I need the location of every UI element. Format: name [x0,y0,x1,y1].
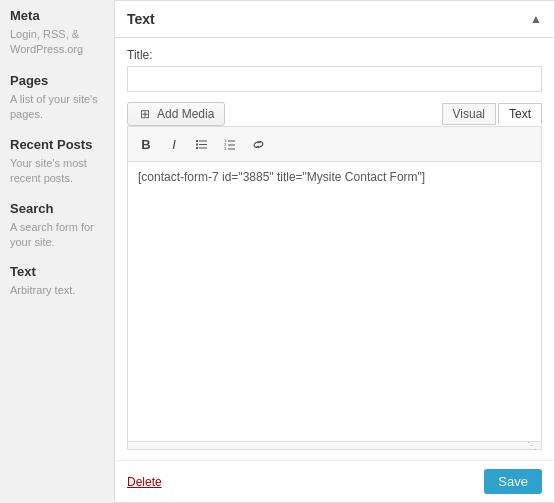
save-button[interactable]: Save [484,469,542,494]
add-media-icon [138,107,152,121]
sidebar-section-meta-desc: Login, RSS, & WordPress.org links. [10,27,104,59]
sidebar: Meta Login, RSS, & WordPress.org links. … [0,0,115,503]
sidebar-section-meta-title: Meta [10,8,104,23]
sidebar-section-recent-posts-desc: Your site's most recent posts. [10,156,104,187]
sidebar-section-search: Search A search form for your site. [10,201,104,251]
editor-content[interactable]: [contact-form-7 id="3885" title="Mysite … [128,162,541,441]
svg-rect-11 [228,149,235,150]
title-input[interactable] [127,66,542,92]
sidebar-section-pages-title: Pages [10,73,104,88]
resize-icon: ⋱ [527,440,537,451]
title-field-label: Title: [127,48,542,62]
italic-button[interactable]: I [162,132,186,156]
sidebar-section-recent-posts: Recent Posts Your site's most recent pos… [10,137,104,187]
svg-rect-4 [196,147,198,149]
editor-toolbar: Add Media Visual Text [127,102,542,126]
editor-tabs: Visual Text [442,103,542,125]
tab-visual[interactable]: Visual [442,103,496,125]
editor-resize-handle[interactable]: ⋱ [128,441,541,449]
widget-body: Title: Add Media Visual Text B I [115,38,554,460]
editor-format-bar: B I 1. 2. [128,127,541,162]
editor-area: B I 1. 2. [127,126,542,450]
widget-toggle-icon[interactable]: ▲ [530,12,542,26]
add-media-button[interactable]: Add Media [127,102,225,126]
sidebar-section-search-title: Search [10,201,104,216]
sidebar-section-text: Text Arbitrary text. [10,264,104,298]
unordered-list-button[interactable] [190,132,214,156]
svg-rect-7 [228,141,235,142]
svg-rect-0 [196,140,198,142]
svg-rect-2 [196,144,198,146]
sidebar-section-pages-desc: A list of your site's pages. [10,92,104,123]
editor-content-text: [contact-form-7 id="3885" title="Mysite … [138,170,425,184]
link-button[interactable] [246,132,270,156]
widget-title: Text [127,11,155,27]
sidebar-section-text-desc: Arbitrary text. [10,283,104,298]
svg-rect-3 [199,144,207,145]
sidebar-section-search-desc: A search form for your site. [10,220,104,251]
add-media-label: Add Media [157,107,214,121]
svg-text:3.: 3. [224,146,227,151]
delete-button[interactable]: Delete [127,475,162,489]
widget-footer: Delete Save [115,460,554,502]
sidebar-section-meta: Meta Login, RSS, & WordPress.org links. [10,8,104,59]
widget-header: Text ▲ [115,1,554,38]
sidebar-section-recent-posts-title: Recent Posts [10,137,104,152]
sidebar-section-pages: Pages A list of your site's pages. [10,73,104,123]
ordered-list-button[interactable]: 1. 2. 3. [218,132,242,156]
widget-panel: Text ▲ Title: Add Media Visual Text B I [115,0,555,503]
svg-rect-5 [199,148,207,149]
tab-text[interactable]: Text [498,103,542,125]
sidebar-section-text-title: Text [10,264,104,279]
bold-button[interactable]: B [134,132,158,156]
svg-rect-1 [199,141,207,142]
svg-rect-9 [228,145,235,146]
